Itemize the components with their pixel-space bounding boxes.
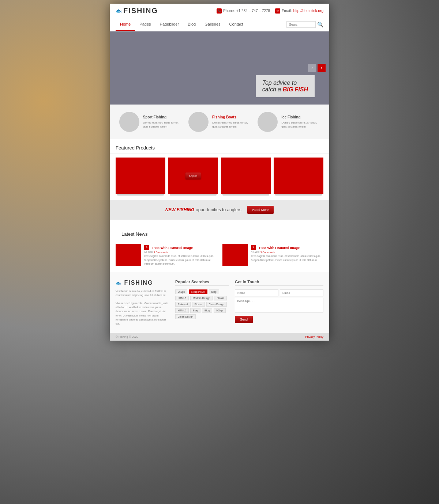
nav-item-home[interactable]: Home: [116, 18, 135, 31]
email-contact: ✉ Email: http://demolink.org: [275, 8, 323, 14]
tag-modern-design[interactable]: Modern Design: [190, 296, 213, 300]
feature-text-sport: Sport Fishing Donec euismod risus tortor…: [143, 115, 181, 129]
featured-products-title: Featured Products: [110, 139, 329, 154]
news-header-2: ✎ Post With Featured Image: [251, 244, 323, 250]
nav-link-pagebilder[interactable]: Pagebilder: [155, 18, 184, 30]
contact-form: Send: [235, 289, 323, 323]
slider-caption: Top advice to catch a BIG FISH: [256, 75, 315, 97]
news-content-1: ✎ Post With Featured Image 02 APR 3 Comm…: [144, 244, 217, 266]
news-meta-1: 02 APR 3 Comments: [144, 251, 217, 254]
footer-logo-text: FISHING: [124, 280, 153, 286]
caption-line1: Top advice to: [262, 80, 297, 86]
product-card-1: [116, 158, 165, 194]
footer-col-searches: Popular Searches 960gs Responsive Blog H…: [175, 280, 229, 326]
email-link[interactable]: http://demolink.org: [293, 9, 323, 13]
logo-area: 🐟 FISHING: [116, 7, 158, 15]
tag-html5-1[interactable]: HTML5: [175, 296, 189, 300]
get-in-touch-title: Get in Touch: [235, 280, 323, 286]
feature-title-sport: Sport Fishing: [143, 115, 181, 119]
feature-icon-ice: [258, 112, 278, 132]
tag-clean-design-1[interactable]: Clean Design: [206, 302, 227, 307]
feature-title-boats: Fishing Boats: [212, 115, 251, 119]
nav-item-galleries[interactable]: Galleries: [200, 18, 225, 31]
product-card-3: [221, 158, 271, 194]
nav-search: 🔍: [286, 21, 323, 28]
contact-name-input[interactable]: [235, 289, 278, 296]
news-grid: ✎ Post With Featured Image 02 APR 3 Comm…: [116, 244, 323, 266]
tag-blog-2[interactable]: Blog: [190, 308, 200, 313]
tag-clean-design-2[interactable]: Clean Design: [175, 314, 196, 319]
feature-text-ice: Ice Fishing Donec euismod risus tortor, …: [281, 115, 320, 129]
nav-link-pages[interactable]: Pages: [135, 18, 155, 30]
news-meta-2: 02 APR 3 Comments: [251, 251, 323, 254]
promo-banner: NEW FISHING opportunities to anglers Rea…: [110, 200, 329, 220]
latest-news-section: Latest News ✎ Post With Featured Image 0…: [110, 226, 329, 272]
site-header: 🐟 FISHING 📞 Phone: +1 234 – 747 – 7278 ✉…: [110, 4, 329, 18]
nav-item-contact[interactable]: Contact: [225, 18, 248, 31]
tag-blog-1[interactable]: Blog: [209, 289, 219, 294]
logo-fish-icon: 🐟: [116, 8, 122, 14]
nav-link-galleries[interactable]: Galleries: [200, 18, 225, 30]
product-card-2[interactable]: Open: [168, 158, 218, 194]
nav-link-home[interactable]: Home: [116, 18, 135, 31]
product-open-button[interactable]: Open: [185, 173, 201, 179]
news-excerpt-2: Cras sagittis commodo risus, et sollicit…: [251, 254, 323, 262]
news-excerpt-1: Cras sagittis commodo risus, et sollicit…: [144, 254, 217, 266]
nav-item-pages[interactable]: Pages: [135, 18, 155, 31]
caption-line2: catch a: [262, 86, 283, 92]
form-name-email-row: [235, 289, 323, 296]
nav-link-contact[interactable]: Contact: [225, 18, 248, 30]
site-footer: 🐟 FISHING Vestibulum sem nulla, euismod …: [110, 272, 329, 333]
feature-text-boats: Fishing Boats Donec euismod risus tortor…: [212, 115, 251, 129]
feature-title-ice: Ice Fishing: [281, 115, 320, 119]
tag-responsive[interactable]: Responsive: [189, 289, 207, 294]
nav-item-pagebilder[interactable]: Pagebilder: [155, 18, 184, 31]
tag-html5-2[interactable]: HTML5: [175, 308, 189, 313]
hero-slider: ‹ › Top advice to catch a BIG FISH: [110, 31, 329, 105]
feature-icon-sport: [119, 112, 139, 132]
site-logo: FISHING: [123, 7, 158, 15]
send-button[interactable]: Send: [235, 316, 253, 323]
email-icon: ✉: [275, 8, 280, 14]
slider-prev-button[interactable]: ‹: [308, 64, 316, 72]
news-thumb-2: [222, 244, 248, 266]
footer-col-about: 🐟 FISHING Vestibulum sem nulla, euismod …: [116, 280, 169, 326]
news-thumb-1: [116, 244, 141, 266]
copyright-text: © Fishing © 2020: [116, 335, 138, 338]
nav-link-blog[interactable]: Blog: [183, 18, 200, 30]
promo-suffix: opportunities to anglers: [195, 207, 241, 212]
news-item-2: ✎ Post With Featured Image 02 APR 3 Comm…: [222, 244, 323, 266]
featured-products-section: Featured Products Open: [110, 139, 329, 200]
footer-logo: 🐟 FISHING: [116, 280, 169, 286]
news-icon-1: ✎: [144, 245, 149, 250]
nav-links: Home Pages Pagebilder Blog Galleries Con…: [116, 18, 248, 31]
news-date-2: 02 APR: [251, 251, 260, 254]
latest-news-title: Latest News: [116, 226, 323, 240]
caption-highlight: BIG FISH: [283, 86, 308, 92]
search-input[interactable]: [286, 21, 316, 28]
read-more-button[interactable]: Read More: [247, 206, 274, 214]
news-comments-1: 3 Comments: [154, 251, 168, 254]
tag-960gs-2[interactable]: 960gs: [214, 308, 226, 313]
tag-picasa-2[interactable]: Picasa: [192, 302, 205, 307]
tag-picasa-1[interactable]: Picasa: [214, 296, 227, 300]
tag-blog-3[interactable]: Blog: [202, 308, 212, 313]
tag-960gs-1[interactable]: 960gs: [175, 289, 187, 294]
feature-icon-boats: [188, 112, 209, 132]
slider-next-button[interactable]: ›: [318, 64, 326, 72]
search-button[interactable]: 🔍: [317, 22, 323, 27]
products-grid: Open: [110, 158, 329, 200]
phone-icon: 📞: [217, 8, 222, 14]
promo-highlight: NEW FISHING: [165, 207, 195, 212]
feature-desc-ice: Donec euismod risus tortor, quis sodales…: [281, 121, 320, 129]
contact-email-input[interactable]: [280, 289, 323, 296]
website-wrapper: 🐟 FISHING 📞 Phone: +1 234 – 747 – 7278 ✉…: [110, 4, 329, 341]
news-title-1: Post With Featured Image: [152, 246, 192, 250]
feature-desc-boats: Donec euismod risus tortor, quis sodales…: [212, 121, 251, 129]
privacy-policy-link[interactable]: Privacy Policy: [305, 335, 323, 338]
nav-item-blog[interactable]: Blog: [183, 18, 200, 31]
footer-description: Vestibulum sem nulla, euismod ac facilis…: [116, 289, 169, 326]
tag-pinterest[interactable]: Pinterest: [175, 302, 191, 307]
contact-message-input[interactable]: [235, 298, 323, 312]
news-item-1: ✎ Post With Featured Image 02 APR 3 Comm…: [116, 244, 217, 266]
